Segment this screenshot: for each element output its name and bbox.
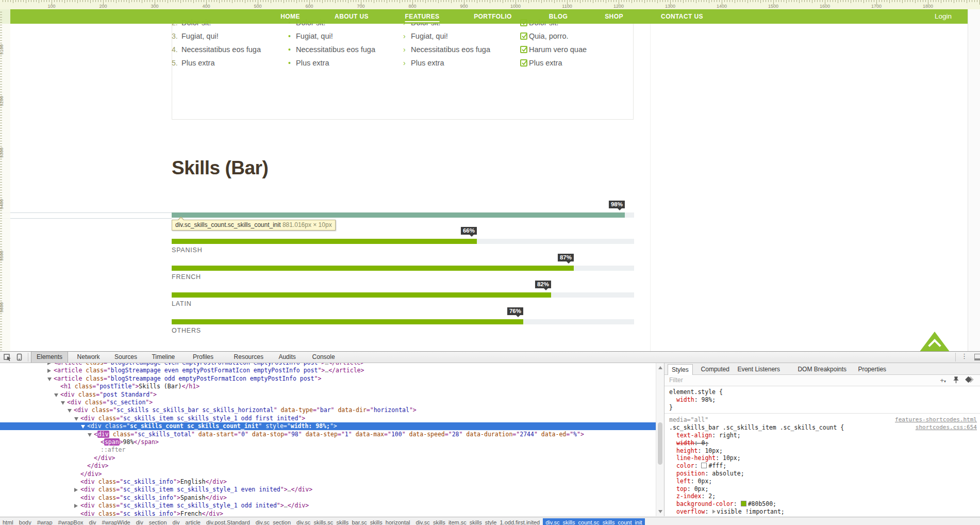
expand-closed-icon[interactable] — [74, 488, 78, 492]
scroll-down-icon[interactable] — [658, 510, 662, 513]
page-scrollbar[interactable] — [968, 0, 980, 351]
devtools-tab-resources[interactable]: Resources — [229, 352, 269, 363]
css-property[interactable]: width: 98%; — [676, 396, 977, 403]
tree-node[interactable]: <div class="sc_skills_item sc_skills_sty… — [0, 415, 656, 422]
expand-shorthand-icon[interactable] — [712, 510, 716, 514]
css-property-position[interactable]: position: absolute; — [676, 470, 977, 477]
tree-node[interactable]: <div class="sc_section"> — [0, 399, 656, 406]
stylesheet-link[interactable]: features-shortcodes.html — [895, 416, 977, 423]
devtools-tab-network[interactable]: Network — [72, 352, 105, 363]
expand-open-icon[interactable] — [74, 417, 78, 421]
tree-node[interactable]: <div class="sc_skills_total" data-start=… — [0, 431, 656, 438]
scroll-up-icon[interactable] — [658, 366, 662, 369]
tree-node[interactable]: <div class="sc_skills_info">French</div> — [0, 510, 656, 516]
nav-item-blog[interactable]: BLOG — [549, 9, 568, 24]
css-property-height[interactable]: height: 10px; — [676, 447, 977, 454]
tree-node[interactable]: <article class="blogStreampage even empt… — [0, 363, 656, 367]
expand-closed-icon[interactable] — [74, 504, 78, 508]
tree-node[interactable]: <article class="blogStreampage odd empty… — [0, 375, 656, 383]
css-property-top[interactable]: top: 0px; — [676, 485, 977, 493]
breadcrumb-item[interactable]: #wrapWide — [99, 518, 133, 525]
color-swatch[interactable] — [741, 501, 746, 506]
expand-open-icon[interactable] — [81, 425, 85, 429]
elements-tree-scrollbar[interactable] — [656, 363, 664, 516]
breadcrumb-item[interactable]: div — [134, 518, 146, 525]
css-property-width[interactable]: width: 0; — [676, 439, 977, 447]
breadcrumb-item[interactable]: div.post.Standard — [204, 518, 253, 525]
expand-closed-icon[interactable] — [47, 363, 51, 365]
breadcrumb-item[interactable]: div — [87, 518, 99, 525]
css-property-color[interactable]: color: #fff; — [676, 462, 977, 469]
breadcrumb-item[interactable]: div.sc_skills.sc_skills_bar.sc_skills_ho… — [294, 518, 412, 525]
color-swatch[interactable] — [701, 463, 707, 468]
sidebar-tab-properties[interactable]: Properties — [854, 364, 890, 374]
scrollbar-thumb[interactable] — [658, 422, 662, 465]
tree-node[interactable]: <div class="sc_skills_info">Spanish</div… — [0, 494, 656, 502]
device-mode-icon[interactable] — [15, 353, 24, 362]
nav-item-shop[interactable]: SHOP — [605, 9, 623, 24]
tree-node[interactable]: <div class="post Standard"> — [0, 391, 656, 399]
css-property-line-height[interactable]: line-height: 10px; — [676, 454, 977, 462]
nav-item-about-us[interactable]: ABOUT US — [335, 9, 369, 24]
element-state-pin-icon[interactable] — [953, 376, 959, 385]
expand-open-icon[interactable] — [47, 378, 52, 381]
breadcrumb-item[interactable]: div.sc_skills_item.sc_skills_style_1.odd… — [413, 518, 543, 525]
tree-node[interactable]: <h1 class="postTitle">Skills (Bar)</h1> — [0, 383, 656, 390]
css-property-left[interactable]: left: 0px; — [676, 478, 977, 485]
stylesheet-link[interactable]: shortcodes.css:654 — [916, 424, 977, 431]
breadcrumb-item[interactable]: #wrapBox — [56, 518, 86, 525]
expand-closed-icon[interactable] — [47, 369, 51, 373]
sidebar-tab-event-listeners[interactable]: Event Listeners — [734, 364, 784, 374]
devtools-tab-sources[interactable]: Sources — [109, 352, 142, 363]
tree-node[interactable]: <article class="blogStreampage even empt… — [0, 367, 656, 374]
expand-open-icon[interactable] — [88, 433, 92, 437]
dock-side-icon[interactable] — [974, 354, 980, 360]
nav-item-portfolio[interactable]: PORTFOLIO — [474, 9, 512, 24]
css-property-text-align[interactable]: text-align: right; — [676, 432, 977, 439]
nav-item-home[interactable]: HOME — [280, 9, 300, 24]
login-link[interactable]: Login — [935, 9, 952, 24]
breadcrumb-item[interactable]: #wrap — [35, 518, 55, 525]
breadcrumb-item[interactable]: section — [146, 518, 170, 525]
breadcrumb-item[interactable]: div.sc_section — [253, 518, 293, 525]
css-property-z-index[interactable]: z-index: 2; — [676, 493, 977, 500]
tree-node[interactable]: <div class="sc_skills sc_skills_bar sc_s… — [0, 406, 656, 414]
nav-item-features[interactable]: FEATURES — [405, 9, 440, 24]
devtools-tab-audits[interactable]: Audits — [273, 352, 301, 363]
devtools-tab-profiles[interactable]: Profiles — [188, 352, 219, 363]
breadcrumb-item[interactable]: div — [170, 518, 182, 525]
tree-node[interactable]: ::after — [0, 446, 656, 454]
tree-node[interactable]: <div class="sc_skills_item sc_skills_sty… — [0, 486, 656, 494]
tree-node[interactable]: <span>98%</span> — [0, 438, 656, 446]
rule-selector[interactable]: .sc_skills_bar .sc_skills_item .sc_skill… — [669, 424, 977, 431]
filter-input[interactable]: Filter — [669, 376, 683, 384]
breadcrumb-item[interactable]: div.sc_skills_count.sc_skills_count_init — [543, 518, 645, 525]
breadcrumb-item[interactable]: html — [0, 518, 16, 525]
tree-node[interactable]: </div> — [0, 454, 656, 462]
tree-node[interactable]: </div> — [0, 470, 656, 478]
more-options-icon[interactable]: ⋮ — [961, 352, 968, 360]
breadcrumb-item[interactable]: body — [16, 518, 34, 525]
tree-node-selected[interactable]: <div class="sc_skills_count sc_skills_co… — [0, 422, 656, 430]
css-property-overflow[interactable]: overflow: visible !important; — [676, 508, 977, 515]
element-state-icon[interactable] — [965, 376, 974, 385]
expand-open-icon[interactable] — [54, 393, 58, 397]
expand-open-icon[interactable] — [68, 409, 72, 413]
tree-node[interactable]: </div> — [0, 462, 656, 470]
breadcrumb-item[interactable]: article — [183, 518, 203, 525]
tree-node[interactable]: <div class="sc_skills_item sc_skills_sty… — [0, 502, 656, 510]
sidebar-tab-styles[interactable]: Styles — [668, 364, 693, 375]
sidebar-tab-computed[interactable]: Computed — [697, 364, 733, 374]
devtools-tab-timeline[interactable]: Timeline — [146, 352, 180, 363]
new-style-rule-icon[interactable]: +▾ — [940, 376, 946, 384]
tree-node[interactable]: <div class="sc_skills_info">English</div… — [0, 478, 656, 486]
devtools-tab-console[interactable]: Console — [307, 352, 340, 363]
scroll-top-button[interactable] — [911, 332, 958, 351]
devtools-tab-elements[interactable]: Elements — [31, 352, 68, 363]
sidebar-tab-dom-breakpoints[interactable]: DOM Breakpoints — [794, 364, 850, 374]
style-rule-selector[interactable]: element.style { — [669, 388, 977, 396]
expand-open-icon[interactable] — [61, 401, 65, 405]
nav-item-contact-us[interactable]: CONTACT US — [661, 9, 703, 24]
inspect-element-icon[interactable] — [3, 353, 12, 362]
css-property-background-color[interactable]: background-color: #80b500; — [676, 500, 977, 507]
